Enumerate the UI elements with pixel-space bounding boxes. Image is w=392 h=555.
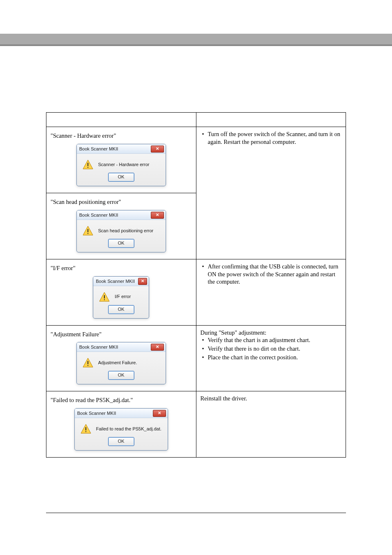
dialog-message: I/F error — [115, 294, 131, 299]
dialog-message: Failed to read the PS5K_adj.dat. — [96, 426, 161, 432]
svg-rect-14 — [85, 431, 86, 432]
dialog-title: Book Scanner MKII — [79, 146, 118, 151]
dialog-button-row: OK — [77, 371, 166, 384]
error-cell-adjust: "Adjustment Failure" Book Scanner MKII ✕ — [46, 325, 196, 391]
close-icon[interactable]: ✕ — [151, 212, 164, 219]
error-cell-if: "I/F error" Book Scanner MKII ✕ — [46, 259, 196, 325]
ok-button[interactable]: OK — [108, 371, 134, 380]
dialog-titlebar: Book Scanner MKII ✕ — [77, 210, 166, 220]
warning-icon — [83, 160, 93, 169]
remedy-item: Place the chart in the correct position. — [208, 354, 342, 361]
quote-close: " — [73, 265, 76, 271]
dialog-adjust-failure: Book Scanner MKII ✕ Adjustment Failure. — [76, 342, 166, 384]
error-name: Adjustment Failure — [53, 331, 99, 338]
dialog-body: I/F error — [93, 286, 149, 305]
error-label: "Failed to read the PS5K_adj.dat." — [51, 396, 192, 404]
header-band — [0, 34, 392, 46]
remedy-item: Turn off the power switch of the Scanner… — [208, 130, 342, 146]
close-icon[interactable]: ✕ — [153, 410, 166, 417]
close-icon[interactable]: ✕ — [138, 278, 147, 285]
svg-rect-10 — [88, 361, 88, 364]
dialog-button-row: OK — [75, 437, 168, 450]
quote-close: " — [130, 397, 133, 403]
remedy-list: Verify that the chart is an adjustment c… — [201, 336, 342, 361]
ok-button[interactable]: OK — [108, 305, 134, 314]
document-page: "Scanner - Hardware error" Book Scanner … — [0, 0, 392, 555]
remedy-item: After confirming that the USB cable is c… — [208, 263, 342, 286]
svg-rect-1 — [88, 163, 88, 166]
quote-close: " — [99, 331, 101, 338]
dialog-body: Failed to read the PS5K_adj.dat. — [75, 418, 168, 437]
svg-rect-7 — [104, 295, 105, 298]
remedy-lead: Reinstall the driver. — [201, 395, 342, 402]
error-name: Failed to read the PS5K_adj.dat. — [53, 397, 130, 403]
error-table-wrap: "Scanner - Hardware error" Book Scanner … — [46, 112, 346, 458]
svg-rect-13 — [85, 427, 86, 430]
dialog-title: Book Scanner MKII — [79, 345, 118, 349]
ok-button[interactable]: OK — [108, 239, 134, 248]
error-label: "I/F error" — [51, 264, 192, 272]
error-label: "Scanner - Hardware error" — [51, 132, 192, 140]
warning-icon — [81, 424, 91, 434]
dialog-titlebar: Book Scanner MKII ✕ — [77, 342, 166, 352]
remedy-cell-if: After confirming that the USB cable is c… — [196, 259, 346, 325]
dialog-body: Adjustment Failure. — [77, 352, 166, 371]
dialog-body: Scan head positioning error — [77, 220, 166, 239]
quote-close: " — [114, 132, 116, 139]
dialog-message: Scanner - Hardware error — [98, 162, 150, 167]
error-name: Scanner - Hardware error — [53, 132, 114, 139]
remedy-item: Verify that the chart is an adjustment c… — [208, 336, 342, 344]
svg-rect-5 — [88, 233, 88, 234]
dialog-titlebar: Book Scanner MKII ✕ — [75, 409, 168, 418]
warning-icon — [99, 292, 110, 302]
dialog-titlebar: Book Scanner MKII ✕ — [93, 277, 149, 286]
close-icon[interactable]: ✕ — [151, 344, 164, 351]
warning-icon — [83, 358, 93, 368]
dialog-body: Scanner - Hardware error — [77, 154, 166, 173]
dialog-title: Book Scanner MKII — [96, 279, 135, 284]
error-label: "Adjustment Failure" — [51, 331, 192, 338]
remedy-list: Turn off the power switch of the Scanner… — [201, 130, 342, 146]
table-row: "Failed to read the PS5K_adj.dat." Book … — [46, 391, 346, 458]
footer-rule — [46, 513, 346, 513]
error-cell-scanhead: "Scan head positioning error" Book Scann… — [46, 193, 196, 259]
error-name: Scan head positioning error — [53, 199, 119, 205]
col-header-right — [196, 113, 346, 127]
dialog-hardware-error: Book Scanner MKII ✕ Scanner - Hardware e… — [76, 144, 166, 186]
svg-rect-8 — [104, 299, 105, 300]
remedy-cell-hardware: Turn off the power switch of the Scanner… — [196, 127, 346, 259]
dialog-title: Book Scanner MKII — [77, 411, 116, 416]
warning-icon — [83, 226, 93, 236]
remedy-cell-ps5k: Reinstall the driver. — [196, 391, 346, 458]
dialog-button-row: OK — [77, 173, 166, 186]
ok-button[interactable]: OK — [108, 437, 134, 446]
close-icon[interactable]: ✕ — [151, 146, 164, 153]
error-label: "Scan head positioning error" — [51, 198, 192, 206]
remedy-cell-adjust: During "Setup" adjustment: Verify that t… — [196, 325, 346, 391]
dialog-if-error: Book Scanner MKII ✕ I/F error OK — [93, 276, 149, 319]
dialog-message: Scan head positioning error — [98, 228, 154, 234]
quote-close: " — [119, 199, 121, 205]
svg-rect-11 — [88, 365, 88, 366]
dialog-ps5k-failure: Book Scanner MKII ✕ Failed to read the P… — [74, 408, 168, 451]
table-row: "I/F error" Book Scanner MKII ✕ — [46, 259, 346, 325]
dialog-title: Book Scanner MKII — [79, 213, 118, 217]
ok-button[interactable]: OK — [108, 173, 134, 182]
dialog-scanhead-error: Book Scanner MKII ✕ Scan head positionin… — [76, 210, 166, 252]
dialog-button-row: OK — [93, 305, 149, 318]
svg-rect-2 — [88, 167, 88, 168]
table-row: "Adjustment Failure" Book Scanner MKII ✕ — [46, 325, 346, 391]
error-table: "Scanner - Hardware error" Book Scanner … — [46, 112, 346, 458]
error-cell-hardware: "Scanner - Hardware error" Book Scanner … — [46, 127, 196, 193]
error-cell-ps5k: "Failed to read the PS5K_adj.dat." Book … — [46, 391, 196, 458]
svg-rect-4 — [88, 229, 88, 232]
col-header-left — [46, 113, 196, 127]
remedy-list: After confirming that the USB cable is c… — [201, 263, 342, 286]
dialog-message: Adjustment Failure. — [98, 360, 137, 365]
dialog-button-row: OK — [77, 239, 166, 252]
remedy-item: Verify that there is no dirt on the char… — [208, 345, 342, 353]
table-row: "Scanner - Hardware error" Book Scanner … — [46, 127, 346, 193]
error-name: I/F error — [53, 265, 73, 271]
remedy-lead: During "Setup" adjustment: — [201, 329, 342, 337]
dialog-titlebar: Book Scanner MKII ✕ — [77, 144, 166, 154]
